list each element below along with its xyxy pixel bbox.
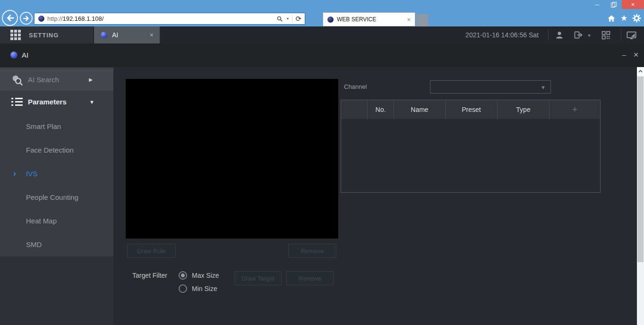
header-cell-no: No. <box>367 100 394 119</box>
address-url[interactable]: http://192.168.1.108/ <box>47 15 276 22</box>
logout-caret-icon[interactable]: ▼ <box>587 34 591 38</box>
header-cell-preset: Preset <box>445 100 497 119</box>
gear-icon <box>632 14 641 23</box>
browser-toolbar-icons: ★ <box>607 14 641 23</box>
settings-button[interactable] <box>632 14 641 23</box>
target-filter-label: Target Filter <box>132 271 167 280</box>
refresh-icon[interactable]: ⟳ <box>295 15 301 22</box>
site-favicon-globe-icon <box>38 16 44 22</box>
display-mode-button[interactable] <box>626 30 636 40</box>
url-host: 192.168.1.108/ <box>63 15 104 22</box>
main-menu-button[interactable]: SETTING <box>0 26 93 43</box>
add-rule-button[interactable]: + <box>549 100 600 119</box>
radio-label: Max Size <box>192 272 219 279</box>
sidebar-item-smd[interactable]: › SMD <box>0 232 113 256</box>
remove-rule-button[interactable]: Remove <box>288 244 336 258</box>
sidebar-item-face-detection[interactable]: › Face Detection <box>0 138 113 162</box>
min-size-radio[interactable] <box>179 284 187 293</box>
scrollbar-thumb[interactable] <box>637 77 644 262</box>
main-content: Channel ▼ No. Name Preset Type + Draw Ru… <box>113 67 637 325</box>
sidebar-item-label: Heat Map <box>26 217 57 225</box>
header-cell-blank <box>341 100 367 119</box>
tab-favicon-globe-icon <box>327 17 334 23</box>
address-tools: ▼ ⟳ <box>276 15 305 23</box>
favorites-button[interactable]: ★ <box>619 14 628 23</box>
browser-tab-web-service[interactable]: WEB SERVICE × <box>323 12 415 26</box>
tab-title: WEB SERVICE <box>337 16 407 23</box>
channel-select[interactable]: ▼ <box>430 80 551 94</box>
grid-menu-icon <box>10 30 21 40</box>
forward-arrow-icon <box>22 14 31 23</box>
user-account-button[interactable] <box>554 30 565 40</box>
header-cell-name: Name <box>394 100 445 119</box>
home-icon <box>607 14 616 23</box>
restore-icon <box>611 3 615 8</box>
back-arrow-icon <box>5 13 15 23</box>
logout-button[interactable] <box>573 30 584 40</box>
rule-table: No. Name Preset Type + <box>341 100 601 193</box>
sidebar-item-label: Face Detection <box>26 146 74 154</box>
browser-close-button[interactable]: × <box>622 0 644 9</box>
ai-window-globe-icon <box>10 51 17 59</box>
video-preview[interactable] <box>126 79 338 239</box>
app-top-bar: SETTING AI × 2021-01-16 14:06:56 Sat ▼ <box>0 26 644 43</box>
logout-icon <box>574 30 583 40</box>
home-button[interactable] <box>607 14 616 23</box>
sidebar-item-label: Smart Plan <box>26 122 61 130</box>
app-tab-close-icon[interactable]: × <box>150 31 160 39</box>
list-icon <box>11 96 23 108</box>
draw-target-button[interactable]: Draw Target <box>234 271 282 285</box>
rule-table-header: No. Name Preset Type + <box>341 100 600 119</box>
ai-window-title: AI <box>22 43 28 67</box>
chevron-down-icon: ▼ <box>89 99 113 105</box>
remove-target-button[interactable]: Remove <box>286 271 334 285</box>
select-caret-icon: ▼ <box>541 85 546 90</box>
divider <box>292 15 292 23</box>
setting-label: SETTING <box>29 32 59 39</box>
ai-window-minimize-button[interactable]: – <box>620 48 628 61</box>
sidebar-item-label: Parameters <box>28 98 89 106</box>
max-size-radio[interactable] <box>179 271 187 280</box>
chevron-up-icon <box>638 70 643 73</box>
ai-search-icon <box>11 74 23 86</box>
datetime-display: 2021-01-16 14:06:56 Sat <box>465 26 539 43</box>
ai-window-close-button[interactable]: × <box>632 48 640 61</box>
tab-close-icon[interactable]: × <box>407 16 415 23</box>
divider <box>621 29 621 41</box>
sidebar-item-people-counting[interactable]: › People Counting <box>0 185 113 209</box>
app-tab-ai[interactable]: AI × <box>94 26 160 43</box>
radio-label: Min Size <box>192 285 217 292</box>
sidebar-item-smart-plan[interactable]: › Smart Plan <box>0 114 113 138</box>
channel-label: Channel <box>344 83 367 90</box>
header-cell-type: Type <box>497 100 549 119</box>
scrollbar[interactable] <box>637 67 644 325</box>
sidebar-item-label: People Counting <box>26 193 78 201</box>
sidebar: AI Search ▶ Parameters ▼ › Smart Plan › … <box>0 67 113 325</box>
sidebar-item-label: SMD <box>26 240 42 248</box>
sidebar-item-label: AI Search <box>28 76 89 84</box>
new-tab-button[interactable] <box>416 14 429 26</box>
search-caret-icon[interactable]: ▼ <box>286 17 289 20</box>
ai-tab-globe-icon <box>101 32 107 38</box>
draw-rule-button[interactable]: Draw Rule <box>127 244 176 258</box>
active-arrow-icon: › <box>13 169 26 178</box>
qr-code-button[interactable] <box>601 30 611 40</box>
person-icon <box>555 30 564 40</box>
browser-chrome: – × http://192.168.1.108/ ▼ <box>0 0 644 26</box>
search-icon[interactable] <box>276 16 283 22</box>
sidebar-item-label: IVS <box>26 170 37 178</box>
back-button[interactable] <box>2 10 18 26</box>
sidebar-item-heat-map[interactable]: › Heat Map <box>0 209 113 232</box>
url-protocol: http:// <box>47 15 63 22</box>
sidebar-item-parameters[interactable]: Parameters ▼ <box>0 91 113 113</box>
max-size-radio-row: Max Size <box>179 271 219 280</box>
scrollbar-up-button[interactable] <box>637 67 644 76</box>
forward-button[interactable] <box>20 12 33 25</box>
address-bar[interactable]: http://192.168.1.108/ ▼ ⟳ <box>34 13 305 25</box>
browser-restore-button[interactable] <box>607 2 619 9</box>
divider <box>548 29 549 41</box>
monitor-icon <box>627 30 636 40</box>
sidebar-item-ivs[interactable]: › IVS <box>0 162 113 185</box>
sidebar-item-ai-search[interactable]: AI Search ▶ <box>0 68 113 91</box>
browser-minimize-button[interactable]: – <box>591 1 603 9</box>
